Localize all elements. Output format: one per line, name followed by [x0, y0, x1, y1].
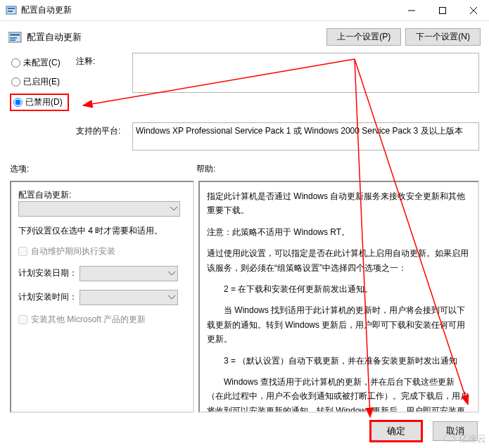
window-title: 配置自动更新: [21, 4, 72, 16]
comment-label: 注释:: [76, 53, 125, 68]
minimize-button[interactable]: [396, 0, 427, 21]
svg-rect-9: [10, 37, 17, 39]
install-time-dropdown[interactable]: [80, 290, 178, 305]
configure-dropdown[interactable]: [18, 201, 180, 217]
help-text: 3 = （默认设置）自动下载更新，并在准备安装更新时发出通知: [207, 354, 471, 368]
radio-not-configured[interactable]: 未配置(C): [10, 56, 69, 70]
help-pane[interactable]: 指定此计算机是否通过 Windows 自动更新服务来接收安全更新和其他重要下载。…: [198, 181, 479, 413]
radio-enabled-input[interactable]: [11, 77, 20, 87]
maximize-button[interactable]: [427, 0, 458, 21]
help-text: Windows 查找适用于此计算机的更新，并在后台下载这些更新（在此过程中，用户…: [207, 375, 471, 413]
policy-icon: [8, 31, 23, 44]
radio-not-configured-label: 未配置(C): [23, 57, 61, 69]
app-icon: [6, 5, 17, 16]
svg-rect-4: [440, 7, 446, 13]
help-text: 2 = 在下载和安装任何更新前发出通知。: [207, 282, 471, 296]
auto-maintenance-checkbox[interactable]: [18, 247, 27, 256]
svg-rect-8: [10, 34, 20, 36]
prev-setting-button[interactable]: 上一个设置(P): [326, 28, 401, 46]
other-products-checkbox[interactable]: [18, 315, 27, 324]
watermark: 亿速云: [443, 433, 486, 445]
chevron-down-icon: [170, 207, 177, 211]
help-text: 注意：此策略不适用于 Windows RT。: [207, 225, 471, 239]
header-row: 配置自动更新 上一个设置(P) 下一个设置(N): [0, 21, 489, 53]
auto-maintenance-label: 自动维护期间执行安装: [31, 245, 115, 257]
svg-rect-2: [8, 11, 13, 12]
options-pane: 配置自动更新: 下列设置仅在选中 4 时才需要和适用。 自动维护期间执行安装 计…: [10, 181, 194, 413]
radio-disabled-label: 已禁用(D): [25, 96, 63, 108]
comment-input[interactable]: [132, 53, 479, 93]
close-button[interactable]: [458, 0, 489, 21]
ok-button[interactable]: 确定: [369, 420, 423, 442]
window-controls: [396, 0, 489, 21]
options-note: 下列设置仅在选中 4 时才需要和适用。: [18, 225, 186, 237]
install-day-dropdown[interactable]: [80, 266, 178, 281]
install-day-label: 计划安装日期：: [18, 268, 77, 278]
platform-label: 支持的平台:: [76, 122, 125, 137]
svg-rect-0: [6, 6, 16, 14]
radio-not-configured-input[interactable]: [11, 58, 20, 68]
titlebar: 配置自动更新: [0, 0, 489, 21]
help-text: 通过使用此设置，可以指定是否在此计算机上启用自动更新。如果启用该服务，则必须在“…: [207, 246, 471, 275]
svg-rect-10: [10, 39, 15, 41]
radio-enabled-label: 已启用(E): [23, 76, 60, 88]
svg-rect-1: [8, 8, 15, 9]
install-time-label: 计划安装时间：: [18, 292, 77, 302]
radio-enabled[interactable]: 已启用(E): [10, 75, 69, 89]
radio-disabled[interactable]: 已禁用(D): [10, 94, 69, 111]
platform-text: Windows XP Professional Service Pack 1 或…: [132, 122, 479, 151]
chevron-down-icon: [168, 271, 175, 276]
chevron-down-icon: [168, 295, 175, 300]
options-section-label: 选项:: [10, 163, 196, 175]
header-title: 配置自动更新: [27, 31, 82, 44]
help-text: 指定此计算机是否通过 Windows 自动更新服务来接收安全更新和其他重要下载。: [207, 189, 471, 218]
help-text: 当 Windows 找到适用于此计算机的更新时，用户将会接到可以下载更新的通知。…: [207, 303, 471, 346]
other-products-label: 安装其他 Microsoft 产品的更新: [31, 314, 146, 326]
radio-disabled-input[interactable]: [13, 98, 23, 107]
next-setting-button[interactable]: 下一个设置(N): [405, 28, 481, 46]
help-section-label: 帮助:: [196, 163, 215, 175]
configure-label: 配置自动更新:: [18, 189, 186, 201]
